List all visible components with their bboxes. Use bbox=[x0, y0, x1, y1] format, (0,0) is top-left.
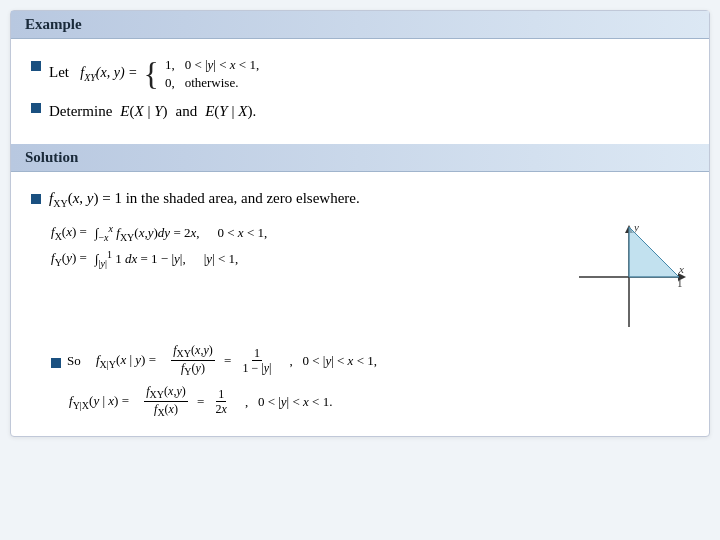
brace-icon: { bbox=[144, 58, 159, 90]
fxgiveny-val-frac: 1 1 − |y| bbox=[241, 346, 274, 376]
case-1-value: 1, bbox=[165, 57, 175, 73]
fx-condition: 0 < x < 1, bbox=[218, 225, 268, 241]
and-text: and bbox=[176, 103, 198, 120]
fxgiveny-fraction: fXY(x,y) fY(y) bbox=[171, 343, 214, 379]
so-section: So fX|Y(x | y) = fXY(x,y) fY(y) = 1 1 − … bbox=[51, 343, 669, 420]
let-section: Let fXY(x, y) = { 1, 0 < |y| < x < 1, 0,… bbox=[11, 39, 709, 140]
fxy-label-sol: fXY(x, y) bbox=[49, 190, 98, 206]
shaded-text-content: fXY(x, y) = 1 in the shaded area, and ze… bbox=[49, 190, 360, 209]
case-1: 1, 0 < |y| < x < 1, bbox=[165, 57, 259, 73]
fygivenx-fraction: fXY(x,y) fX(x) bbox=[144, 384, 187, 420]
let-item: Let fXY(x, y) = { 1, 0 < |y| < x < 1, 0,… bbox=[31, 57, 689, 91]
fy-condition: |y| < 1, bbox=[204, 251, 239, 267]
case-2-value: 0, bbox=[165, 75, 175, 91]
formula-area: fX(x) = ∫−xx fXY(x,y)dy = 2x, 0 < x < 1,… bbox=[51, 217, 689, 337]
fy-lhs: fY(y) = bbox=[51, 250, 87, 268]
fx-formula-row: fX(x) = ∫−xx fXY(x,y)dy = 2x, 0 < x < 1, bbox=[51, 223, 549, 243]
determine-content: Determine E(X | Y) and E(Y | X). bbox=[49, 103, 256, 120]
ey-given-x: E(Y | X). bbox=[205, 103, 256, 120]
formulas-left: fX(x) = ∫−xx fXY(x,y)dy = 2x, 0 < x < 1,… bbox=[51, 217, 549, 337]
coordinate-graph: y x 1 bbox=[569, 217, 689, 337]
fxgiveny-val-den: 1 − |y| bbox=[241, 361, 274, 375]
fx-lhs: fX(x) = bbox=[51, 224, 87, 242]
so-text: So bbox=[67, 353, 81, 369]
let-content: Let fXY(x, y) = { 1, 0 < |y| < x < 1, 0,… bbox=[49, 57, 259, 91]
let-label: Let bbox=[49, 64, 69, 80]
bullet-icon bbox=[31, 61, 41, 71]
fygivenx-val-den: 2x bbox=[214, 402, 229, 416]
fygivenx-row: fY|X(y | x) = fXY(x,y) fX(x) = 1 2x , 0 … bbox=[69, 384, 669, 420]
fxgiveny-val-num: 1 bbox=[252, 346, 262, 361]
solution-title: Solution bbox=[25, 149, 78, 165]
piecewise-cases: 1, 0 < |y| < x < 1, 0, otherwise. bbox=[165, 57, 259, 91]
determine-item: Determine E(X | Y) and E(Y | X). bbox=[31, 99, 689, 124]
bullet-icon-3 bbox=[31, 194, 41, 204]
fxgiveny-num: fXY(x,y) bbox=[171, 343, 214, 361]
shaded-text: = 1 in the shaded area, and zero elsewhe… bbox=[102, 190, 360, 206]
fygivenx-num: fXY(x,y) bbox=[144, 384, 187, 402]
determine-label: Determine bbox=[49, 103, 112, 120]
fygivenx-val-num: 1 bbox=[216, 387, 226, 402]
case-1-condition: 0 < |y| < x < 1, bbox=[185, 57, 260, 73]
fxgiveny-condition: , 0 < |y| < x < 1, bbox=[289, 353, 377, 369]
example-title: Example bbox=[25, 16, 82, 32]
svg-text:1: 1 bbox=[677, 277, 683, 289]
fx-integral: ∫−xx fXY(x,y)dy = 2x, bbox=[95, 223, 200, 243]
fxgiveny-den: fY(y) bbox=[179, 361, 207, 378]
solution-content: fXY(x, y) = 1 in the shaded area, and ze… bbox=[11, 172, 709, 436]
bullet-icon-4 bbox=[51, 358, 61, 368]
fy-formula-row: fY(y) = ∫|y|1 1 dx = 1 − |y|, |y| < 1, bbox=[51, 249, 549, 269]
fxgiveny-lhs: fX|Y(x | y) = bbox=[96, 352, 156, 370]
fxy-func: fXY(x, y) = bbox=[80, 65, 137, 83]
graph-area: y x 1 bbox=[569, 217, 689, 337]
fy-integral: ∫|y|1 1 dx = 1 − |y|, bbox=[95, 249, 186, 269]
case-2: 0, otherwise. bbox=[165, 75, 259, 91]
svg-text:x: x bbox=[678, 263, 684, 275]
fygivenx-val-frac: 1 2x bbox=[214, 387, 229, 417]
so-label-row: So fX|Y(x | y) = fXY(x,y) fY(y) = 1 1 − … bbox=[51, 343, 669, 379]
fygivenx-lhs: fY|X(y | x) = bbox=[69, 393, 129, 411]
example-header: Example bbox=[11, 11, 709, 39]
fygivenx-condition: , 0 < |y| < x < 1. bbox=[245, 394, 333, 410]
solution-item-1: fXY(x, y) = 1 in the shaded area, and ze… bbox=[31, 190, 689, 209]
solution-header: Solution bbox=[11, 144, 709, 172]
bullet-icon-2 bbox=[31, 103, 41, 113]
piecewise-formula: fXY(x, y) = { 1, 0 < |y| < x < 1, 0, oth… bbox=[80, 57, 259, 91]
fygivenx-den: fX(x) bbox=[152, 402, 180, 419]
case-2-condition: otherwise. bbox=[185, 75, 239, 91]
main-container: Example Let fXY(x, y) = { 1, 0 < |y| < x… bbox=[10, 10, 710, 437]
ex-given-y: E(X | Y) bbox=[120, 103, 167, 120]
